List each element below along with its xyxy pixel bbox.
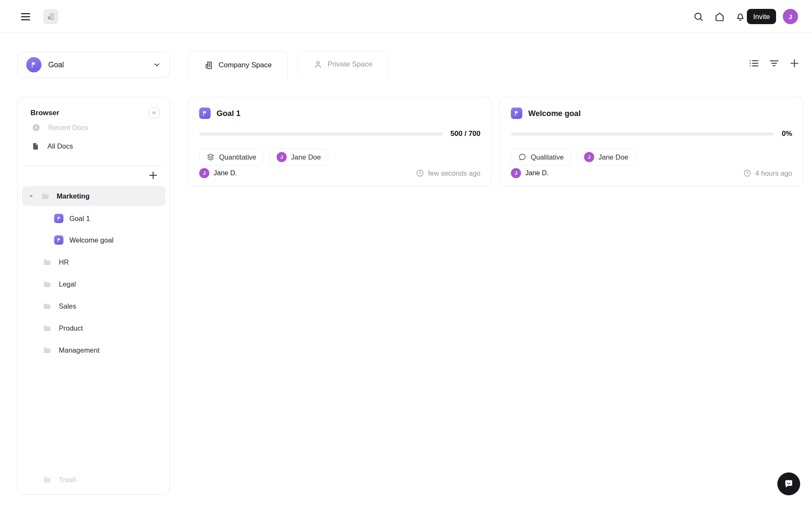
- owner-name: Jane D.: [525, 169, 549, 177]
- folder-icon: [43, 258, 52, 267]
- sidebar-item-label: Recent Docs: [48, 124, 88, 132]
- view-actions: [748, 58, 800, 69]
- progress-bar: 500 / 700: [199, 130, 480, 138]
- notifications-button[interactable]: [735, 11, 746, 22]
- sidebar-title: Browser: [30, 109, 59, 117]
- clock-outline-icon: [743, 169, 752, 177]
- tab-private-space[interactable]: Private Space: [297, 51, 388, 77]
- sidebar-item-label: All Docs: [47, 142, 73, 150]
- tree-folder-label: Sales: [59, 302, 76, 310]
- owner-name: Jane D.: [214, 169, 237, 177]
- type-tag-chip[interactable]: Qualitative: [511, 149, 571, 166]
- user-avatar[interactable]: J: [783, 9, 798, 24]
- updated-timestamp: few seconds ago: [416, 169, 480, 177]
- tree-folder-marketing[interactable]: Marketing: [22, 186, 165, 206]
- search-icon: [693, 11, 704, 22]
- tree-folder-sales[interactable]: Sales: [22, 297, 165, 315]
- list-view-button[interactable]: [748, 58, 760, 69]
- browser-sidebar: Browser Recent Docs All Docs Marketi: [17, 97, 170, 495]
- type-tag-label: Qualitative: [531, 153, 564, 161]
- card-title: Welcome goal: [528, 109, 581, 118]
- tab-label: Private Space: [328, 60, 373, 69]
- clock-icon: [32, 123, 41, 132]
- owner-avatar: J: [511, 168, 521, 178]
- top-bar: Invite J: [0, 0, 812, 33]
- tree-folder-management[interactable]: Management: [22, 341, 165, 359]
- list-view-icon: [748, 58, 760, 69]
- folder-icon: [43, 324, 52, 333]
- caret-down-icon[interactable]: [28, 193, 34, 199]
- assignee-avatar: J: [584, 152, 594, 162]
- add-doc-button[interactable]: [789, 58, 800, 69]
- add-folder-button[interactable]: [148, 170, 159, 181]
- updated-label: 4 hours ago: [755, 169, 792, 177]
- filter-icon: [768, 58, 780, 69]
- tree-doc-welcome-goal[interactable]: Welcome goal: [22, 231, 165, 249]
- progress-track: [511, 133, 774, 135]
- chat-bubble-icon: [783, 478, 795, 490]
- type-tag-chip[interactable]: Quantitative: [199, 149, 263, 166]
- folder-tree: Marketing Goal 1 Welcome goal HR Legal S…: [18, 185, 170, 359]
- filter-button[interactable]: [768, 58, 780, 69]
- plus-icon: [148, 170, 159, 181]
- assignee-label: Jane Doe: [291, 153, 321, 161]
- goal-flag-icon: [26, 57, 41, 72]
- company-icon: [204, 61, 214, 70]
- trash-folder-icon: [43, 475, 52, 484]
- type-tag-label: Quantitative: [219, 153, 256, 161]
- assignee-chip[interactable]: J Jane Doe: [269, 149, 328, 166]
- tree-folder-legal[interactable]: Legal: [22, 275, 165, 293]
- folder-icon: [43, 302, 52, 311]
- workspace-logo[interactable]: [43, 9, 58, 24]
- invite-button[interactable]: Invite: [747, 9, 776, 24]
- layers-icon: [206, 153, 215, 161]
- progress-label: 500 / 700: [450, 130, 480, 138]
- card-title: Goal 1: [217, 109, 241, 118]
- menu-icon: [20, 11, 31, 22]
- tree-folder-label: Legal: [59, 280, 76, 288]
- clock-outline-icon: [416, 169, 424, 177]
- doc-type-selector[interactable]: Goal: [17, 52, 170, 78]
- collapse-sidebar-button[interactable]: [149, 108, 159, 118]
- doc-type-label: Goal: [48, 61, 64, 69]
- home-icon: [714, 11, 725, 22]
- tab-company-space[interactable]: Company Space: [188, 51, 288, 79]
- person-icon: [313, 60, 323, 69]
- tree-folder-hr[interactable]: HR: [22, 253, 165, 271]
- sidebar-item-all-docs[interactable]: All Docs: [18, 137, 170, 155]
- home-button[interactable]: [714, 11, 725, 22]
- tree-folder-label: Product: [59, 324, 83, 332]
- tab-label: Company Space: [219, 61, 272, 69]
- progress-label: 0%: [782, 130, 792, 138]
- assignee-label: Jane Doe: [598, 153, 628, 161]
- tree-folder-label: Marketing: [57, 192, 90, 200]
- goal-doc-icon: [199, 108, 211, 119]
- tree-doc-goal-1[interactable]: Goal 1: [22, 210, 165, 227]
- folder-icon: [43, 346, 52, 355]
- assignee-chip[interactable]: J Jane Doe: [577, 149, 636, 166]
- progress-track: [199, 133, 443, 135]
- document-icon: [32, 142, 40, 150]
- goal-doc-icon: [54, 214, 63, 223]
- tree-folder-label: Management: [59, 346, 99, 354]
- tree-folder-product[interactable]: Product: [22, 319, 165, 337]
- goal-card-welcome-goal[interactable]: Welcome goal 0% Qualitative J Jane Doe J…: [499, 97, 804, 186]
- updated-timestamp: 4 hours ago: [743, 169, 792, 177]
- tree-folder-label: HR: [59, 258, 69, 266]
- bell-icon: [735, 11, 746, 22]
- search-button[interactable]: [693, 11, 704, 22]
- tree-doc-label: Goal 1: [69, 215, 90, 223]
- chevron-down-icon: [153, 61, 161, 69]
- trash-item[interactable]: Trash: [22, 471, 165, 489]
- speech-bubble-icon: [518, 153, 527, 161]
- trash-label: Trash: [59, 476, 77, 484]
- building-icon: [47, 12, 55, 21]
- goal-doc-icon: [511, 108, 522, 119]
- assignee-avatar: J: [277, 152, 287, 162]
- collapse-panel-icon: [151, 110, 157, 116]
- progress-bar: 0%: [511, 130, 792, 138]
- menu-button[interactable]: [17, 8, 34, 25]
- goal-card-goal-1[interactable]: Goal 1 500 / 700 Quantitative J Jane Doe…: [188, 97, 492, 186]
- chat-widget-button[interactable]: [777, 472, 800, 495]
- folder-icon: [43, 280, 52, 289]
